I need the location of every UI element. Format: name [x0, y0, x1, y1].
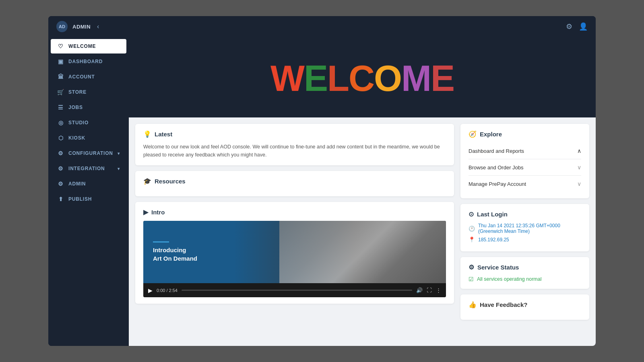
configuration-arrow-icon: ▾ — [118, 151, 120, 156]
account-icon: 🏛 — [57, 74, 64, 80]
heart-icon: ♡ — [57, 43, 64, 49]
welcome-letter-e2: E — [431, 58, 454, 99]
sidebar-item-store-label: STORE — [68, 89, 87, 95]
welcome-letter-w: W — [270, 58, 304, 99]
intro-card: ▶ Intro IntroducingArt On Demand — [135, 202, 454, 304]
latest-body: Welcome to our new look and feel AOD con… — [143, 143, 446, 159]
jobs-icon: ☰ — [57, 104, 64, 111]
integration-arrow-icon: ▾ — [118, 167, 120, 171]
welcome-banner: WELCOME — [129, 37, 596, 117]
video-fullscreen-icon[interactable]: ⛶ — [427, 287, 432, 293]
publish-icon: ⬆ — [57, 196, 64, 202]
intro-title-text: Intro — [151, 209, 165, 216]
sidebar-item-dashboard[interactable]: ▣ DASHBOARD — [51, 54, 126, 69]
last-login-ip: 185.192.69.25 — [478, 237, 509, 243]
service-status-icon: ⚙ — [469, 263, 474, 271]
last-login-card-title: ⊙ Last Login — [469, 210, 581, 218]
video-progress-bar[interactable] — [182, 290, 412, 291]
explore-icon: 🧭 — [469, 130, 477, 138]
resources-card-title: 🎓 Resources — [143, 177, 446, 185]
left-panels: 💡 Latest Welcome to our new look and fee… — [135, 124, 454, 339]
have-feedback-card-title: 👍 Have Feedback? — [469, 301, 581, 309]
resources-card: 🎓 Resources — [135, 171, 454, 196]
explore-item-jobs-label: Browse and Order Jobs — [469, 165, 524, 171]
checkmark-icon: ☑ — [469, 276, 474, 282]
video-controls: ▶ 0:00 / 2:54 🔊 ⛶ ⋮ — [143, 283, 446, 297]
play-icon: ▶ — [143, 208, 148, 216]
explore-chevron-up-icon: ∧ — [577, 148, 581, 154]
admin-icon: ⚙ — [57, 181, 64, 187]
integration-icon: ⚙ — [57, 165, 64, 172]
sidebar-item-account[interactable]: 🏛 ACCOUNT — [51, 70, 126, 84]
kiosk-icon: ⬡ — [57, 135, 64, 141]
service-status-message: All services operating normal — [477, 276, 542, 282]
sidebar-item-welcome-label: WELCOME — [68, 43, 96, 49]
sidebar-item-integration[interactable]: ⚙ INTEGRATION ▾ — [51, 161, 126, 176]
have-feedback-card: 👍 Have Feedback? — [460, 294, 589, 320]
main-layout: ♡ WELCOME ▣ DASHBOARD 🏛 ACCOUNT 🛒 STORE … — [48, 37, 596, 346]
sidebar-item-admin[interactable]: ⚙ ADMIN — [51, 177, 126, 191]
sidebar-item-jobs[interactable]: ☰ JOBS — [51, 100, 126, 115]
sidebar-item-kiosk-label: KIOSK — [68, 135, 85, 141]
welcome-letter-o: O — [374, 58, 401, 99]
video-accent-line — [153, 241, 169, 243]
browser-frame: AD ADMIN ‹ ⚙ 👤 ♡ WELCOME ▣ DASHBOARD 🏛 A… — [48, 16, 596, 346]
sidebar-item-admin-label: ADMIN — [68, 181, 86, 187]
admin-avatar: AD — [56, 21, 68, 32]
video-more-icon[interactable]: ⋮ — [436, 287, 441, 293]
service-status-card: ⚙ Service Status ☑ All services operatin… — [460, 257, 589, 289]
have-feedback-title-text: Have Feedback? — [480, 301, 527, 308]
sidebar-item-configuration[interactable]: ⚙ CONFIGURATION ▾ — [51, 146, 126, 160]
content-area: WELCOME 💡 Latest Welcome to our new look… — [129, 37, 596, 346]
sidebar-item-studio-label: STUDIO — [68, 120, 89, 125]
video-thumbnail — [279, 221, 446, 283]
user-icon[interactable]: 👤 — [579, 22, 588, 31]
sidebar-item-publish[interactable]: ⬆ PUBLISH — [51, 192, 126, 206]
last-login-title-text: Last Login — [477, 211, 508, 218]
sidebar-item-integration-label: INTEGRATION — [68, 166, 105, 171]
clock-icon: 🕐 — [469, 226, 475, 232]
video-play-button[interactable]: ▶ — [148, 287, 153, 294]
welcome-letter-e1: E — [304, 58, 327, 99]
video-overlay: IntroducingArt On Demand — [143, 221, 446, 283]
explore-card: 🧭 Explore Dashboard and Reports ∧ Browse… — [460, 124, 589, 198]
graduation-icon: 🎓 — [143, 177, 151, 185]
latest-card-title: 💡 Latest — [143, 130, 446, 138]
explore-item-dashboard[interactable]: Dashboard and Reports ∧ — [469, 143, 581, 159]
last-login-card: ⊙ Last Login 🕐 Thu Jan 14 2021 12:35:26 … — [460, 204, 589, 251]
top-bar: AD ADMIN ‹ ⚙ 👤 — [48, 16, 596, 37]
configuration-icon: ⚙ — [57, 150, 64, 156]
explore-item-jobs[interactable]: Browse and Order Jobs ∨ — [469, 159, 581, 176]
welcome-title: WELCOME — [270, 60, 454, 97]
studio-icon: ◎ — [57, 119, 64, 126]
last-login-datetime: Thu Jan 14 2021 12:35:26 GMT+0000 (Green… — [478, 223, 581, 234]
latest-title-text: Latest — [155, 131, 172, 138]
intro-card-title: ▶ Intro — [143, 208, 446, 216]
pin-icon: 📍 — [469, 237, 475, 243]
collapse-sidebar-button[interactable]: ‹ — [97, 23, 99, 30]
panels-row: 💡 Latest Welcome to our new look and fee… — [129, 117, 596, 346]
explore-item-prepay[interactable]: Manage PrePay Account ∨ — [469, 176, 581, 192]
sidebar-item-account-label: ACCOUNT — [68, 74, 95, 80]
video-text-area: IntroducingArt On Demand — [143, 233, 207, 271]
service-status-title-text: Service Status — [477, 264, 519, 271]
last-login-icon: ⊙ — [469, 210, 474, 218]
sidebar-item-publish-label: PUBLISH — [68, 196, 92, 202]
welcome-letter-l: L — [327, 58, 349, 99]
welcome-letter-m: M — [401, 58, 431, 99]
sidebar-item-store[interactable]: 🛒 STORE — [51, 85, 126, 99]
explore-item-dashboard-label: Dashboard and Reports — [469, 148, 524, 154]
video-volume-icon[interactable]: 🔊 — [416, 287, 423, 293]
settings-icon[interactable]: ⚙ — [566, 22, 572, 31]
explore-chevron-down-icon-prepay: ∨ — [577, 181, 581, 187]
sidebar: ♡ WELCOME ▣ DASHBOARD 🏛 ACCOUNT 🛒 STORE … — [48, 37, 129, 346]
sidebar-item-kiosk[interactable]: ⬡ KIOSK — [51, 131, 126, 145]
thumbs-up-icon: 👍 — [469, 301, 477, 309]
latest-card: 💡 Latest Welcome to our new look and fee… — [135, 124, 454, 165]
last-login-ip-row: 📍 185.192.69.25 — [469, 237, 581, 243]
sidebar-item-jobs-label: JOBS — [68, 105, 83, 110]
sidebar-item-welcome[interactable]: ♡ WELCOME — [51, 39, 126, 53]
store-icon: 🛒 — [57, 89, 64, 95]
sidebar-item-studio[interactable]: ◎ STUDIO — [51, 115, 126, 130]
top-bar-right: ⚙ 👤 — [566, 22, 588, 31]
